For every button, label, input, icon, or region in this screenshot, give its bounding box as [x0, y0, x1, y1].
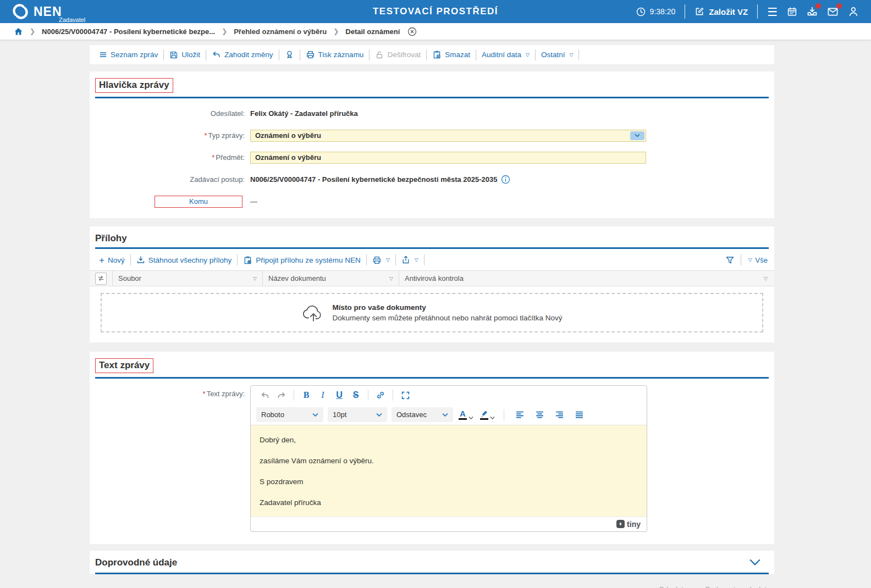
- editor-fullscreen-icon[interactable]: [398, 388, 413, 402]
- menu-icon: ☰: [767, 6, 778, 18]
- form-row-subject: * Předmět: Oznámení o výběru: [90, 147, 774, 169]
- messages-button[interactable]: [827, 6, 839, 18]
- filter-all-button[interactable]: ▽ Vše: [747, 256, 768, 264]
- section-rule: [95, 377, 769, 379]
- divider: [368, 390, 368, 401]
- select-dropdown-button[interactable]: [630, 131, 644, 140]
- send-button[interactable]: Odeslat: [659, 585, 683, 588]
- editor-text-color-button[interactable]: A: [457, 409, 475, 420]
- editor-fontsize-select[interactable]: 10pt: [328, 407, 387, 422]
- section-rule: [95, 247, 769, 249]
- attach-from-nen-button[interactable]: Připojit přílohu ze systému NEN: [238, 256, 366, 265]
- column-filter-icon[interactable]: ▽: [253, 276, 257, 281]
- breadcrumb-item-procedure[interactable]: N006/25/V00004747 - Posílení kybernetick…: [42, 27, 215, 36]
- home-icon[interactable]: [14, 27, 23, 36]
- printer-icon: [306, 50, 315, 59]
- user-icon: [848, 6, 859, 17]
- dropzone-subtitle: Dokumenty sem můžete přetáhnout nebo nah…: [333, 314, 563, 322]
- editor-align-justify-icon[interactable]: [571, 408, 587, 422]
- section-message-header: Hlavička zprávy Odesílatel: Felix Okátý …: [90, 71, 774, 218]
- tinymce-brand[interactable]: tiny: [627, 520, 641, 529]
- editor-undo-icon[interactable]: [257, 388, 273, 402]
- editor-content-area[interactable]: Dobrý den, zasíláme Vám oznámení o výběr…: [251, 425, 647, 517]
- editor-bold-icon[interactable]: B: [299, 388, 314, 402]
- breadcrumb-item-current: Detail oznámení: [345, 27, 400, 36]
- divider: [300, 49, 300, 60]
- unlock-icon: [375, 51, 384, 59]
- editor-link-icon[interactable]: [373, 388, 388, 402]
- download-all-attachments-button[interactable]: Stáhnout všechny přílohy: [131, 256, 237, 264]
- print-attachments-button[interactable]: ▽: [367, 256, 395, 265]
- chevron-down-icon[interactable]: [749, 558, 769, 567]
- divider: [578, 49, 579, 60]
- color-swatch: [459, 418, 467, 420]
- calendar-button[interactable]: [787, 7, 797, 17]
- main-menu-button[interactable]: ☰: [767, 6, 778, 18]
- column-header-document-name[interactable]: Název dokumentu ▽: [263, 271, 399, 286]
- column-header-file[interactable]: Soubor ▽: [113, 271, 263, 286]
- close-icon[interactable]: [407, 27, 417, 36]
- divider: [366, 254, 367, 265]
- highlight-box: Hlavička zprávy: [95, 78, 173, 93]
- nen-logo[interactable]: NEN Zadavatel: [12, 3, 62, 20]
- form-row-message-text: * Text zprávy:: [90, 382, 774, 532]
- new-attachment-button[interactable]: + Nový: [94, 256, 130, 265]
- printer-icon: [372, 256, 382, 265]
- filter-icon[interactable]: [725, 256, 735, 265]
- editor-paragraph: Dobrý den,: [260, 436, 638, 444]
- editor-italic-icon[interactable]: I: [315, 388, 330, 402]
- print-record-button[interactable]: Tisk záznamu: [301, 50, 369, 59]
- editor-blockformat-select[interactable]: Odstavec: [392, 407, 453, 422]
- highlight-box: Text zprávy: [95, 358, 153, 373]
- divider: [130, 254, 131, 265]
- sign-and-send-button[interactable]: Podepsat a odeslat: [705, 585, 767, 588]
- section-message-text: Text zprávy * Text zprávy:: [90, 352, 774, 544]
- create-vz-button[interactable]: Založit VZ: [694, 7, 748, 16]
- editor-highlight-color-button[interactable]: [479, 410, 496, 420]
- section-accompanying-data: Doprovodné údaje: [90, 551, 774, 575]
- export-attachments-button[interactable]: ▽: [396, 256, 423, 264]
- section-title: Přílohy: [95, 233, 127, 244]
- divider: [294, 390, 294, 401]
- decrypt-button[interactable]: Dešifrovat: [370, 51, 426, 59]
- editor-font-select[interactable]: Roboto: [256, 407, 323, 422]
- certificate-button[interactable]: [280, 50, 299, 59]
- message-type-select[interactable]: Oznámení o výběru: [250, 130, 646, 142]
- sender-value: Felix Okátý - Zadavatel příručka: [250, 109, 358, 118]
- discard-changes-button[interactable]: Zahodit změny: [207, 50, 278, 59]
- audit-data-button[interactable]: Auditní data ▽: [477, 51, 534, 59]
- breadcrumb-separator-icon: ❯: [222, 27, 227, 35]
- recipient-link[interactable]: Komu: [155, 196, 242, 208]
- section-title: Text zprávy: [99, 360, 150, 370]
- column-settings-button[interactable]: [95, 273, 107, 285]
- editor-align-left-icon[interactable]: [512, 408, 527, 422]
- delete-button[interactable]: Smazat: [427, 50, 475, 59]
- divider: [279, 49, 279, 60]
- subject-input[interactable]: Oznámení o výběru: [250, 152, 646, 164]
- breadcrumb-separator-icon: ❯: [30, 27, 35, 35]
- editor-redo-icon[interactable]: [274, 388, 289, 402]
- breadcrumb-separator-icon: ❯: [333, 27, 339, 35]
- inbox-button[interactable]: [807, 6, 818, 17]
- editor-strikethrough-icon[interactable]: S: [348, 388, 363, 402]
- editor-paragraph: S pozdravem: [260, 478, 638, 486]
- column-filter-icon[interactable]: ▽: [764, 276, 768, 281]
- divider: [426, 49, 427, 60]
- other-actions-button[interactable]: Ostatní ▽: [536, 51, 578, 59]
- column-filter-icon[interactable]: ▽: [389, 276, 393, 281]
- required-marker: *: [204, 131, 207, 140]
- message-list-button[interactable]: Seznam zpráv: [94, 51, 163, 59]
- column-header-antivirus[interactable]: Antivirová kontrola ▽: [399, 271, 774, 286]
- caret-down-icon: ▽: [386, 257, 390, 263]
- attachments-dropzone[interactable]: Místo pro vaše dokumenty Dokumenty sem m…: [101, 293, 763, 332]
- undo-arrow-icon: [212, 50, 221, 59]
- save-button[interactable]: Uložit: [164, 51, 205, 59]
- divider: [685, 4, 685, 19]
- editor-underline-icon[interactable]: U: [332, 388, 347, 402]
- info-icon[interactable]: [501, 175, 510, 184]
- user-profile-button[interactable]: [848, 6, 859, 17]
- editor-paragraph: zasíláme Vám oznámení o výběru.: [260, 457, 638, 465]
- editor-align-center-icon[interactable]: [532, 408, 547, 422]
- breadcrumb-item-overview[interactable]: Přehled oznámení o výběru: [234, 27, 327, 36]
- editor-align-right-icon[interactable]: [552, 408, 567, 422]
